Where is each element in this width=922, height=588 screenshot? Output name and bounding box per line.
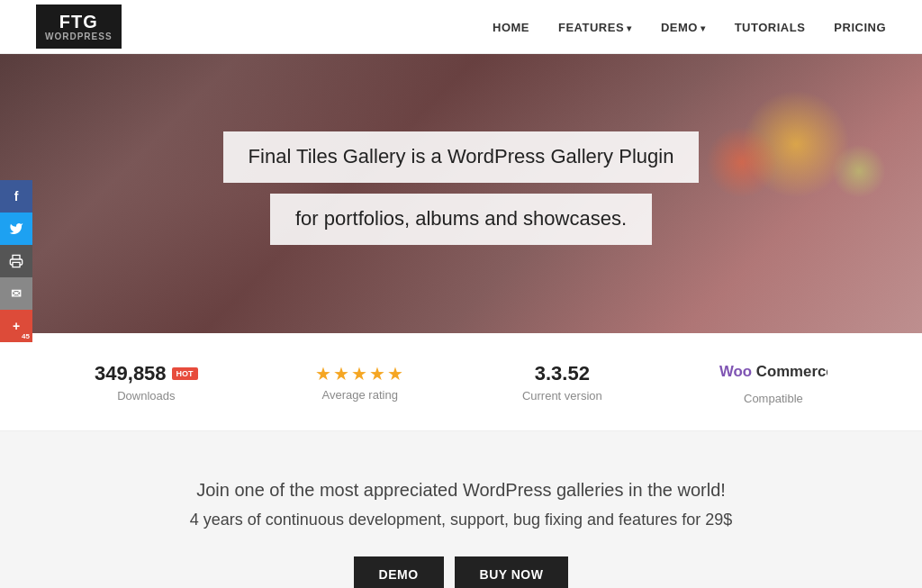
hero-text: Final Tiles Gallery is a WordPress Galle… <box>205 131 718 255</box>
version-label: Current version <box>522 389 602 403</box>
logo[interactable]: FTG WORDPRESS <box>36 5 122 49</box>
twitter-button[interactable] <box>0 213 32 245</box>
hero-line2: for portfolios, albums and showcases. <box>295 206 627 232</box>
woo-logo: Woo Commerce <box>719 358 827 388</box>
stat-rating: ★★★★★ Average rating <box>315 363 405 402</box>
rating-stars: ★★★★★ <box>315 363 405 384</box>
navigation: FTG WORDPRESS HOME FEATURES DEMO TUTORIA… <box>0 0 922 54</box>
downloads-label: Downloads <box>95 389 198 403</box>
facebook-button[interactable]: f <box>0 180 32 213</box>
stats-bar: 349,858 hot Downloads ★★★★★ Average rati… <box>0 333 922 431</box>
nav-pricing[interactable]: PRICING <box>834 21 886 34</box>
print-button[interactable] <box>0 245 32 277</box>
svg-text:Commerce: Commerce <box>756 363 827 380</box>
downloads-number: 349,858 <box>95 362 167 385</box>
downloads-value: 349,858 hot <box>95 362 198 385</box>
version-value: 3.3.52 <box>522 362 602 385</box>
rating-label: Average rating <box>315 388 405 402</box>
svg-text:Woo: Woo <box>719 363 752 380</box>
stat-downloads: 349,858 hot Downloads <box>95 362 198 403</box>
email-button[interactable]: ✉ <box>0 277 32 310</box>
stat-woo: Woo Commerce Compatible <box>719 358 827 405</box>
hero-section: Final Tiles Gallery is a WordPress Galle… <box>0 54 922 333</box>
hero-line1: Final Tiles Gallery is a WordPress Galle… <box>249 144 674 170</box>
plus-count: 45 <box>22 332 30 340</box>
social-sidebar: f ✉ +45 <box>0 180 32 342</box>
promo-line2: 4 years of continuous development, suppo… <box>36 511 886 529</box>
nav-demo[interactable]: DEMO <box>661 21 706 34</box>
logo-ftg: FTG <box>45 12 113 32</box>
nav-links: HOME FEATURES DEMO TUTORIALS PRICING <box>493 19 886 35</box>
promo-section: Join one of the most appreciated WordPre… <box>0 431 922 588</box>
nav-tutorials[interactable]: TUTORIALS <box>735 21 806 34</box>
hero-text-box-1: Final Tiles Gallery is a WordPress Galle… <box>223 131 700 183</box>
stat-version: 3.3.52 Current version <box>522 362 602 403</box>
hero-text-box-2: for portfolios, albums and showcases. <box>270 194 652 245</box>
nav-features[interactable]: FEATURES <box>558 21 632 34</box>
nav-home[interactable]: HOME <box>493 21 529 34</box>
woo-label: Compatible <box>719 392 827 405</box>
promo-line1: Join one of the most appreciated WordPre… <box>36 476 886 503</box>
plus-button[interactable]: +45 <box>0 310 32 342</box>
hot-badge: hot <box>172 367 198 380</box>
buy-now-button[interactable]: BUY NOW <box>455 556 569 588</box>
logo-wp: WORDPRESS <box>45 32 113 41</box>
promo-buttons: DEMO BUY NOW <box>36 556 886 588</box>
demo-button[interactable]: DEMO <box>354 556 444 588</box>
